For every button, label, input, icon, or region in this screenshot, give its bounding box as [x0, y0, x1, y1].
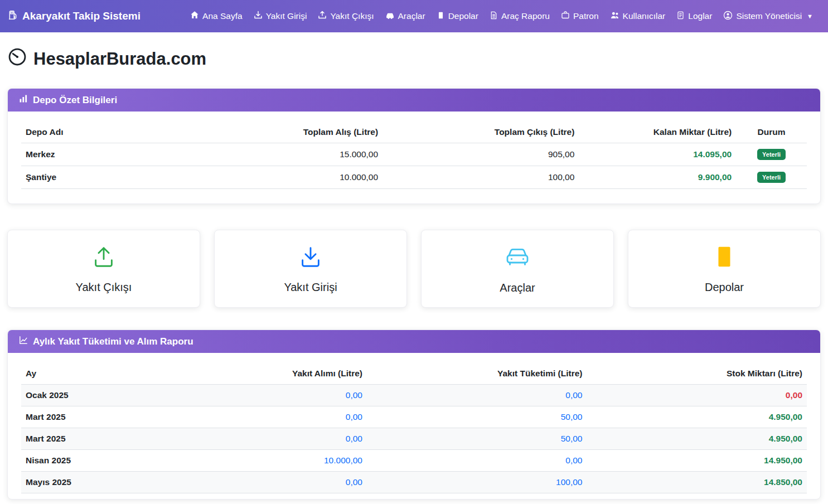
report-consumption: 50,00 [367, 406, 587, 428]
monthly-report-card: Aylık Yakıt Tüketimi ve Alım Raporu Ay Y… [7, 329, 821, 500]
column-header: Durum [736, 122, 807, 143]
main-content: HesaplarBurada.com Depo Özet Bilgileri D… [0, 47, 828, 500]
quick-card-label: Depolar [705, 281, 744, 294]
file-report-icon [490, 11, 498, 22]
speedometer-icon [7, 47, 27, 71]
column-header: Toplam Alış (Litre) [210, 122, 382, 143]
quick-card-yakit-cikisi[interactable]: Yakıt Çıkışı [7, 230, 200, 308]
depot-remaining: 9.900,00 [579, 166, 736, 189]
depot-summary-title: Depo Özet Bilgileri [33, 95, 117, 106]
report-purchase: 0,00 [178, 428, 367, 450]
column-header: Toplam Çıkış (Litre) [382, 122, 579, 143]
caret-down-icon: ▼ [807, 13, 813, 20]
line-chart-icon [19, 336, 28, 347]
report-month: Mayıs 2025 [21, 472, 178, 493]
download-icon [254, 11, 263, 22]
monthly-table-header-row: Ay Yakıt Alımı (Litre) Yakıt Tüketimi (L… [21, 363, 807, 385]
nav-item-kullanicilar[interactable]: Kullanıcılar [605, 6, 671, 27]
depot-table-header-row: Depo Adı Toplam Alış (Litre) Toplam Çıkı… [21, 122, 807, 143]
fuel-pump-icon [8, 10, 18, 23]
report-consumption: 100,00 [367, 472, 587, 493]
home-icon [190, 11, 199, 22]
column-header: Stok Miktarı (Litre) [587, 363, 807, 385]
table-row: Mayıs 2025 0,00 100,00 14.850,00 [21, 472, 807, 493]
table-row: Merkez 15.000,00 905,00 14.095,00 Yeterl… [21, 143, 807, 166]
depot-summary-table: Depo Adı Toplam Alış (Litre) Toplam Çıkı… [21, 122, 807, 189]
table-row: Mart 2025 0,00 50,00 4.950,00 [21, 406, 807, 428]
depot-total-in: 10.000,00 [210, 166, 382, 189]
report-consumption: 50,00 [367, 428, 587, 450]
table-row: Mart 2025 0,00 50,00 4.950,00 [21, 428, 807, 450]
nav-item-yakit-girisi[interactable]: Yakıt Girişi [249, 6, 312, 26]
depot-total-out: 905,00 [382, 143, 579, 166]
report-purchase: 0,00 [178, 472, 367, 493]
upload-icon [318, 11, 327, 22]
quick-links: Yakıt Çıkışı Yakıt Girişi [7, 230, 821, 308]
report-purchase: 10.000,00 [178, 450, 367, 472]
table-row: Ocak 2025 0,00 0,00 0,00 [21, 385, 807, 406]
monthly-report-body: Ay Yakıt Alımı (Litre) Yakıt Tüketimi (L… [8, 353, 820, 499]
monthly-report-header: Aylık Yakıt Tüketimi ve Alım Raporu [8, 330, 820, 353]
status-badge: Yeterli [757, 172, 786, 183]
nav-item-loglar[interactable]: Loglar [671, 7, 717, 26]
table-row: Nisan 2025 10.000,00 0,00 14.950,00 [21, 450, 807, 472]
person-circle-icon [723, 11, 733, 22]
box-icon [711, 244, 737, 272]
report-stock: 4.950,00 [587, 406, 807, 428]
briefcase-icon [561, 11, 570, 22]
column-header: Yakıt Alımı (Litre) [178, 363, 367, 385]
monthly-report-table: Ay Yakıt Alımı (Litre) Yakıt Tüketimi (L… [21, 363, 807, 493]
depot-total-out: 100,00 [382, 166, 579, 189]
nav-item-sistem-yoneticisi[interactable]: Sistem Yöneticisi ▼ [718, 6, 818, 27]
column-header: Kalan Miktar (Litre) [579, 122, 736, 143]
quick-card-yakit-girisi[interactable]: Yakıt Girişi [214, 230, 407, 308]
depot-summary-card: Depo Özet Bilgileri Depo Adı Toplam Alış… [7, 88, 821, 204]
status-badge: Yeterli [757, 149, 786, 160]
column-header: Depo Adı [21, 122, 210, 143]
report-stock: 4.950,00 [587, 428, 807, 450]
column-header: Ay [21, 363, 178, 385]
monthly-report-title: Aylık Yakıt Tüketimi ve Alım Raporu [33, 336, 193, 347]
journal-icon [676, 11, 685, 22]
nav-item-araclar[interactable]: Araçlar [380, 6, 430, 27]
report-month: Mart 2025 [21, 406, 178, 428]
report-stock: 0,00 [587, 385, 807, 406]
page-title: HesaplarBurada.com [7, 47, 821, 71]
bar-chart-icon [19, 94, 28, 106]
quick-card-depolar[interactable]: Depolar [628, 230, 821, 308]
report-purchase: 0,00 [178, 406, 367, 428]
nav-item-arac-raporu[interactable]: Araç Raporu [485, 7, 555, 26]
nav-item-yakit-cikisi[interactable]: Yakıt Çıkışı [313, 6, 379, 26]
quick-card-label: Yakıt Girişi [284, 281, 337, 294]
report-consumption: 0,00 [367, 450, 587, 472]
report-stock: 14.850,00 [587, 472, 807, 493]
nav-item-ana-sayfa[interactable]: Ana Sayfa [185, 6, 248, 26]
page-title-text: HesaplarBurada.com [33, 49, 206, 69]
car-icon [385, 11, 395, 22]
upload-icon [91, 244, 117, 272]
brand-label: Akaryakıt Takip Sistemi [22, 10, 141, 22]
depot-total-in: 15.000,00 [210, 143, 382, 166]
nav-item-depolar[interactable]: Depolar [432, 7, 483, 26]
quick-card-araclar[interactable]: Araçlar [421, 230, 614, 308]
navbar: Akaryakıt Takip Sistemi Ana Sayfa Yakıt … [0, 0, 828, 32]
quick-card-label: Yakıt Çıkışı [76, 281, 132, 294]
quick-card-label: Araçlar [500, 282, 535, 294]
report-month: Ocak 2025 [21, 385, 178, 406]
depot-remaining: 14.095,00 [579, 143, 736, 166]
users-icon [610, 11, 619, 22]
depot-name: Şantiye [21, 166, 210, 189]
report-stock: 14.950,00 [587, 450, 807, 472]
report-consumption: 0,00 [367, 385, 587, 406]
download-icon [298, 244, 323, 272]
nav-items: Ana Sayfa Yakıt Girişi Yakıt Çıkışı Araç… [185, 6, 818, 27]
brand[interactable]: Akaryakıt Takip Sistemi [8, 10, 141, 23]
depot-summary-header: Depo Özet Bilgileri [8, 89, 820, 112]
report-purchase: 0,00 [178, 385, 367, 406]
table-row: Şantiye 10.000,00 100,00 9.900,00 Yeterl… [21, 166, 807, 189]
car-icon [504, 244, 531, 273]
column-header: Yakıt Tüketimi (Litre) [367, 363, 587, 385]
depot-summary-body: Depo Adı Toplam Alış (Litre) Toplam Çıkı… [8, 112, 820, 203]
nav-item-patron[interactable]: Patron [556, 6, 604, 26]
report-month: Nisan 2025 [21, 450, 178, 472]
